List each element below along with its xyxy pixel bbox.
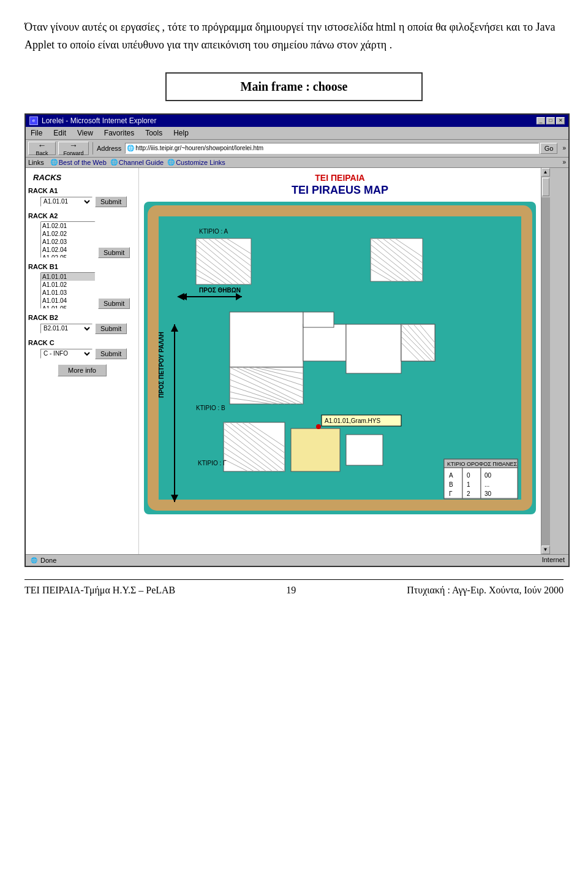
menu-favorites[interactable]: Favorites	[102, 128, 137, 138]
back-button[interactable]: ← Back	[28, 142, 56, 155]
rack-a2-section: RACK A2 A1.02.01 A1.02.02 A1.02.03 A1.02…	[28, 212, 136, 258]
address-label: Address	[97, 145, 121, 152]
close-button[interactable]: ✕	[556, 117, 565, 124]
svg-text:ΚΤΙΡΙΟ : Α: ΚΤΙΡΙΟ : Α	[199, 228, 228, 235]
browser-icon: e	[29, 116, 38, 125]
greek-text-content: Όταν γίνουν αυτές οι εργασίες , τότε το …	[24, 21, 556, 51]
vertical-scrollbar[interactable]: ▲ ▼	[541, 168, 549, 554]
browser-titlebar: e Lorelei - Microsoft Internet Explorer …	[26, 115, 568, 127]
svg-text:ΚΤΙΡΙΟ : Β: ΚΤΙΡΙΟ : Β	[196, 405, 225, 411]
rack-b1-row: A1.01.01 A1.01.02 A1.01.03 A1.01.04 A1.0…	[28, 272, 136, 309]
rack-b1-section: RACK B1 A1.01.01 A1.01.02 A1.01.03 A1.01…	[28, 263, 136, 309]
status-icon: 🌐	[29, 556, 38, 565]
rack-b2-row: B2.01.01 Submit	[28, 323, 136, 334]
rack-c-row: C - INFO Submit	[28, 348, 136, 359]
rack-c-submit[interactable]: Submit	[95, 348, 127, 359]
browser-window: e Lorelei - Microsoft Internet Explorer …	[24, 113, 570, 567]
browser-statusbar: 🌐 Done Internet	[26, 554, 568, 566]
svg-text:A1.01.01,Gram.HYS: A1.01.01,Gram.HYS	[325, 417, 380, 424]
map-main-title: TEI PIRAEUS MAP	[144, 184, 536, 197]
main-frame-title: Main frame : choose	[165, 72, 423, 101]
rack-b1-submit[interactable]: Submit	[98, 298, 130, 309]
menu-edit[interactable]: Edit	[51, 128, 69, 138]
browser-toolbar: ← Back → Forward Address 🌐 http://iiis.t…	[26, 140, 568, 158]
svg-text:2: 2	[467, 490, 470, 497]
svg-rect-37	[303, 324, 346, 361]
link-customize[interactable]: 🌐 Customize Links	[167, 159, 225, 166]
right-panel: ΤΕΙ ΠΕΙΡΑΙΑ TEI PIRAEUS MAP	[139, 168, 541, 554]
scroll-thumb[interactable]	[542, 178, 549, 196]
links-label: »	[562, 145, 566, 151]
svg-text:Β: Β	[449, 481, 453, 488]
browser-menubar: File Edit View Favorites Tools Help	[26, 127, 568, 140]
footer-center: 19	[286, 585, 296, 596]
svg-rect-39	[346, 324, 401, 373]
svg-text:30: 30	[484, 490, 492, 497]
menu-file[interactable]: File	[28, 128, 45, 138]
forward-button[interactable]: → Forward	[58, 142, 89, 155]
svg-text:ΠΡΟΣ ΠΕΤΡΟΥ ΡΑΛΛΗ: ΠΡΟΣ ΠΕΤΡΟΥ ΡΑΛΛΗ	[158, 332, 165, 398]
menu-tools[interactable]: Tools	[143, 128, 165, 138]
link-channel-guide[interactable]: 🌐 Channel Guide	[110, 159, 164, 166]
footer-left: ΤΕΙ ΠΕΙΡΑΙΑ-Τμήμα Η.Υ.Σ – PeLAB	[24, 585, 175, 596]
rack-a2-row: A1.02.01 A1.02.02 A1.02.03 A1.02.04 A1.0…	[28, 221, 136, 258]
page-wrapper: Όταν γίνουν αυτές οι εργασίες , τότε το …	[0, 0, 588, 614]
toolbar-separator	[92, 142, 93, 154]
address-input[interactable]: 🌐 http://iiis.teipir.gr/~houren/showpoin…	[125, 143, 538, 154]
rack-a2-listbox[interactable]: A1.02.01 A1.02.02 A1.02.03 A1.02.04 A1.0…	[40, 221, 96, 258]
rack-c-section: RACK C C - INFO Submit	[28, 339, 136, 359]
maximize-button[interactable]: □	[546, 117, 555, 124]
rack-a1-submit[interactable]: Submit	[95, 196, 127, 207]
svg-rect-84	[462, 468, 481, 498]
rack-b2-label: RACK B2	[28, 314, 136, 321]
svg-rect-64	[346, 435, 383, 465]
svg-text:ΚΤΙΡΙΟ  ΟΡΟΦΟΣ  ΠΙΘΑΝΕΣ: ΚΤΙΡΙΟ ΟΡΟΦΟΣ ΠΙΘΑΝΕΣ	[447, 461, 518, 467]
svg-rect-63	[291, 428, 340, 471]
rack-a1-label: RACK A1	[28, 187, 136, 194]
menu-help[interactable]: Help	[171, 128, 191, 138]
rack-b1-listbox[interactable]: A1.01.01 A1.01.02 A1.01.03 A1.01.04 A1.0…	[40, 272, 96, 309]
svg-text:00: 00	[484, 472, 492, 479]
browser-title: Lorelei - Microsoft Internet Explorer	[42, 116, 156, 125]
svg-text:Α: Α	[449, 472, 453, 479]
page-icon: 🌐	[127, 145, 134, 151]
menu-view[interactable]: View	[75, 128, 96, 138]
rack-a1-row: A1.01.01 Submit	[28, 196, 136, 207]
go-button[interactable]: Go	[540, 143, 558, 154]
title-container: Main frame : choose	[24, 72, 564, 101]
rack-b1-label: RACK B1	[28, 263, 136, 270]
links-bar: Links 🌐 Best of the Web 🌐 Channel Guide …	[26, 158, 568, 168]
svg-text:ΚΤΙΡΙΟ : Γ: ΚΤΙΡΙΟ : Γ	[198, 460, 227, 467]
titlebar-buttons: _ □ ✕	[537, 117, 565, 124]
rack-a2-label: RACK A2	[28, 212, 136, 219]
svg-text:Γ: Γ	[449, 490, 453, 497]
rack-a2-submit[interactable]: Submit	[98, 247, 130, 258]
svg-rect-83	[444, 468, 462, 498]
svg-text:1: 1	[467, 481, 470, 488]
svg-rect-36	[230, 312, 303, 367]
greek-paragraph: Όταν γίνουν αυτές οι εργασίες , τότε το …	[24, 18, 564, 54]
svg-rect-38	[303, 312, 334, 327]
racks-title: RACKS	[28, 173, 136, 182]
more-info-button[interactable]: More info	[58, 364, 107, 376]
rack-b2-select[interactable]: B2.01.01	[40, 324, 92, 333]
scroll-down-arrow[interactable]: ▼	[541, 546, 550, 554]
links-text: Links	[28, 159, 44, 166]
link-best-web[interactable]: 🌐 Best of the Web	[50, 159, 107, 166]
rack-b2-submit[interactable]: Submit	[95, 323, 127, 334]
map-tei-title: ΤΕΙ ΠΕΙΡΑΙΑ	[144, 173, 536, 183]
svg-point-79	[316, 424, 321, 429]
rack-c-select[interactable]: C - INFO	[40, 349, 92, 359]
map-canvas: ΠΡΟΣ ΘΗΒΩΝ ΠΡΟΣ ΠΕΤΡΟΥ ΡΑΛΛΗ	[144, 202, 536, 516]
svg-text:ΠΡΟΣ ΘΗΒΩΝ: ΠΡΟΣ ΘΗΒΩΝ	[199, 287, 241, 294]
rack-b2-section: RACK B2 B2.01.01 Submit	[28, 314, 136, 334]
status-done: Done	[40, 557, 56, 564]
rack-a1-select[interactable]: A1.01.01	[40, 197, 92, 207]
footer-right: Πτυχιακή : Αγγ-Ειρ. Χούντα, Ιούν 2000	[407, 585, 564, 596]
minimize-button[interactable]: _	[537, 117, 545, 124]
browser-content-area: RACKS RACK A1 A1.01.01 Submit RAC	[26, 168, 568, 554]
address-bar: 🌐 http://iiis.teipir.gr/~houren/showpoin…	[125, 143, 557, 154]
scroll-up-arrow[interactable]: ▲	[541, 168, 550, 177]
map-svg: ΠΡΟΣ ΘΗΒΩΝ ΠΡΟΣ ΠΕΤΡΟΥ ΡΑΛΛΗ	[144, 202, 536, 514]
scroll-track	[541, 197, 550, 546]
